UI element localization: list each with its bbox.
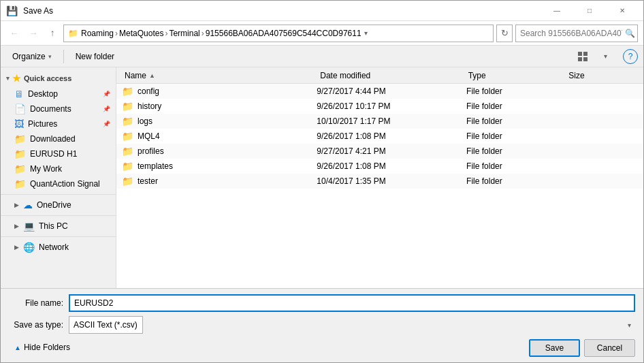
breadcrumb-icon: 📁 xyxy=(68,29,78,38)
table-row[interactable]: 📁 config 9/27/2017 4:44 PM File folder xyxy=(116,84,643,99)
filetype-row: Save as type: ASCII Text (*.csv) ▾ xyxy=(9,316,635,334)
sidebar-quantaction-label: QuantAction Signal xyxy=(30,179,100,189)
file-type: File folder xyxy=(464,146,565,156)
chevron-up-icon: ▲ xyxy=(14,344,21,351)
close-button[interactable]: ✕ xyxy=(607,1,638,21)
sidebar-item-thispc[interactable]: ▶ 💻 This PC xyxy=(1,219,116,234)
view-options-button[interactable] xyxy=(574,48,593,65)
toolbar-right: ▾ ? xyxy=(574,48,638,65)
quick-access-section: ▾ ★ Quick access 🖥 Desktop 📌 📄 Documents… xyxy=(1,70,116,191)
help-button[interactable]: ? xyxy=(623,49,638,64)
sidebar-pictures-label: Pictures xyxy=(28,119,57,129)
pictures-folder-icon: 🖼 xyxy=(14,119,24,129)
sidebar-desktop-label: Desktop xyxy=(28,89,58,99)
cancel-button[interactable]: Cancel xyxy=(584,339,635,357)
filetype-label: Save as type: xyxy=(9,320,63,330)
downloaded-folder-icon: 📁 xyxy=(14,133,26,144)
file-name: templates xyxy=(138,161,173,171)
table-row[interactable]: 📁 tester 10/4/2017 1:35 PM File folder xyxy=(116,174,643,189)
sidebar-thispc-label: This PC xyxy=(39,221,68,231)
file-name: logs xyxy=(138,116,152,126)
filename-row: File name: xyxy=(9,294,635,312)
folder-icon: 📁 xyxy=(122,116,133,127)
folder-icon: 📁 xyxy=(122,86,133,97)
table-row[interactable]: 📁 history 9/26/2017 10:17 PM File folder xyxy=(116,99,643,114)
new-folder-label: New folder xyxy=(76,52,114,61)
sidebar-item-onedrive[interactable]: ▶ ☁ OneDrive xyxy=(1,198,116,212)
sidebar-network-label: Network xyxy=(39,242,69,252)
file-type: File folder xyxy=(464,161,565,171)
documents-folder-icon: 📄 xyxy=(14,104,26,114)
breadcrumb[interactable]: 📁 Roaming › MetaQuotes › Terminal › 9155… xyxy=(63,25,494,42)
onedrive-icon: ☁ xyxy=(23,200,33,210)
column-header-name[interactable]: Name ▲ xyxy=(122,71,317,80)
breadcrumb-part-2: MetaQuotes xyxy=(119,29,163,38)
table-row[interactable]: 📁 MQL4 9/26/2017 1:08 PM File folder xyxy=(116,129,643,144)
file-type: File folder xyxy=(464,101,565,111)
maximize-button[interactable]: □ xyxy=(574,1,605,21)
file-type: File folder xyxy=(464,86,565,96)
column-header-date[interactable]: Date modified xyxy=(317,71,465,80)
file-type: File folder xyxy=(464,131,565,141)
sidebar-item-documents[interactable]: 📄 Documents 📌 xyxy=(1,101,116,116)
sidebar-item-downloaded[interactable]: 📁 Downloaded xyxy=(1,131,116,146)
breadcrumb-part-4: 915566BA06ADA407569C544CC0D97611 xyxy=(206,29,361,38)
search-box[interactable]: 🔍 xyxy=(515,25,638,42)
file-type: File folder xyxy=(464,116,565,126)
file-date: 9/27/2017 4:21 PM xyxy=(314,146,464,156)
forward-button[interactable]: → xyxy=(25,25,42,42)
view-grid-icon xyxy=(578,52,589,61)
refresh-button[interactable]: ↻ xyxy=(496,25,513,42)
minimize-button[interactable]: — xyxy=(541,1,573,21)
file-date: 10/4/2017 1:35 PM xyxy=(314,176,464,186)
bottom-buttons: Save Cancel xyxy=(529,338,635,357)
file-name: history xyxy=(138,101,161,111)
sidebar-item-eurusd[interactable]: 📁 EURUSD H1 xyxy=(1,146,116,161)
sidebar-item-network[interactable]: ▶ 🌐 Network xyxy=(1,240,116,255)
file-name: profiles xyxy=(138,146,164,156)
desktop-folder-icon: 🖥 xyxy=(14,89,24,99)
sidebar-downloaded-label: Downloaded xyxy=(30,134,76,144)
svg-rect-1 xyxy=(583,52,587,56)
save-button[interactable]: Save xyxy=(529,339,580,357)
table-row[interactable]: 📁 templates 9/26/2017 1:08 PM File folde… xyxy=(116,159,643,174)
column-header-size[interactable]: Size xyxy=(566,71,638,80)
table-row[interactable]: 📁 logs 10/10/2017 1:17 PM File folder xyxy=(116,114,643,129)
quick-access-expand-icon: ▾ xyxy=(6,75,10,82)
quick-access-header: ▾ ★ Quick access xyxy=(1,70,116,86)
sidebar-item-mywork[interactable]: 📁 My Work xyxy=(1,161,116,176)
column-header-type[interactable]: Type xyxy=(466,71,566,80)
sidebar-item-desktop[interactable]: 🖥 Desktop 📌 xyxy=(1,86,116,101)
file-name: tester xyxy=(138,176,158,186)
new-folder-button[interactable]: New folder xyxy=(69,48,120,65)
mywork-folder-icon: 📁 xyxy=(14,163,26,174)
quantaction-folder-icon: 📁 xyxy=(14,178,26,189)
svg-rect-2 xyxy=(578,57,582,61)
view-chevron-button[interactable]: ▾ xyxy=(596,48,615,65)
onedrive-expand-icon: ▶ xyxy=(14,202,19,208)
column-size-label: Size xyxy=(568,71,584,80)
file-date: 9/27/2017 4:44 PM xyxy=(314,86,464,96)
breadcrumb-part-1: Roaming xyxy=(81,29,114,38)
bottom-bar: File name: Save as type: ASCII Text (*.c… xyxy=(1,288,643,362)
sidebar-onedrive-label: OneDrive xyxy=(37,200,71,210)
search-input[interactable] xyxy=(520,29,622,38)
quick-access-icon: ★ xyxy=(12,73,21,84)
file-date: 9/26/2017 1:08 PM xyxy=(314,131,464,141)
column-name-label: Name xyxy=(125,71,146,80)
filename-input[interactable] xyxy=(69,294,635,312)
folder-icon: 📁 xyxy=(122,161,133,172)
toolbar: Organize ▾ New folder ▾ ? xyxy=(1,46,643,67)
back-button[interactable]: ← xyxy=(6,25,22,42)
sidebar-item-quantaction[interactable]: 📁 QuantAction Signal xyxy=(1,176,116,191)
hide-folders-button[interactable]: ▲ Hide Folders xyxy=(9,340,76,355)
up-button[interactable]: ↑ xyxy=(44,25,61,42)
organize-label: Organize xyxy=(12,52,46,61)
sidebar-item-pictures[interactable]: 🖼 Pictures 📌 xyxy=(1,116,116,131)
pin-icon-2: 📌 xyxy=(103,106,110,112)
table-row[interactable]: 📁 profiles 9/27/2017 4:21 PM File folder xyxy=(116,144,643,159)
column-date-label: Date modified xyxy=(320,71,370,80)
quick-access-label: Quick access xyxy=(24,74,71,82)
organize-button[interactable]: Organize ▾ xyxy=(6,48,58,65)
filetype-select[interactable]: ASCII Text (*.csv) xyxy=(69,316,143,334)
